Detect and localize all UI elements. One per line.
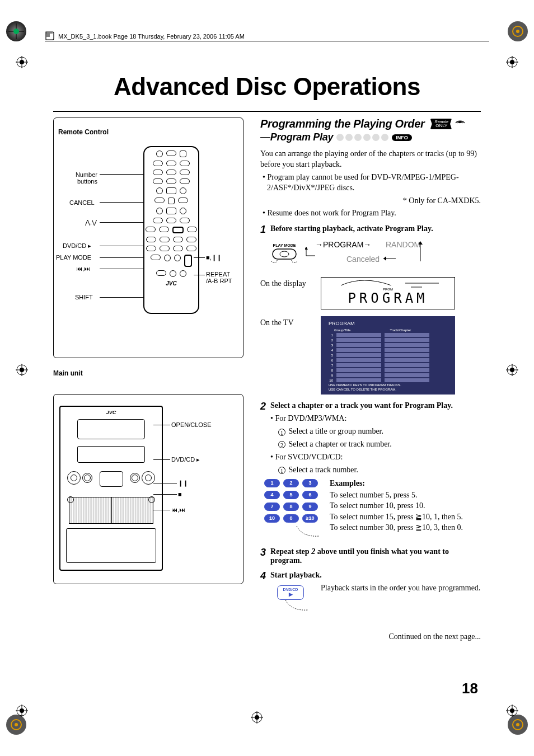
intro-text-2-note: * Only for CA-MXDK5. (260, 196, 481, 206)
registration-mark (16, 705, 28, 717)
display-row: On the display PRGM PROGRAM (260, 277, 481, 309)
continued-text: Continued on the next page... (260, 632, 481, 641)
svg-point-1 (13, 29, 19, 34)
label-dvdcd: DVD/CD ▸ (63, 242, 91, 250)
signal-icon (455, 119, 465, 129)
svg-point-16 (20, 368, 24, 372)
header-meta-bar: MX_DK5_3_1.book Page 18 Thursday, Februa… (45, 29, 489, 41)
page-title-section: Advanced Disc Operations (53, 73, 481, 112)
keypad-key-6: 6 (302, 491, 318, 499)
svg-point-4 (516, 30, 519, 33)
remote-panel-title: Remote Control (58, 128, 238, 136)
page-title: Advanced Disc Operations (53, 73, 481, 101)
intro-text-2: • Program play cannot be used for DVD-VR… (260, 172, 481, 194)
main-unit-panel-title: Main unit (53, 369, 243, 377)
main-unit-brand: JVC (106, 410, 116, 415)
step-4: 4 Start playback. (260, 571, 481, 581)
main-unit-panel: JVC (53, 394, 243, 584)
examples-heading: Examples: (330, 479, 481, 488)
label-main-prevnext: ⏮,⏭ (171, 506, 185, 513)
registration-mark (251, 711, 263, 724)
registration-mark (506, 364, 518, 376)
keypad-key-3: 3 (302, 479, 318, 487)
svg-point-14 (510, 60, 514, 64)
label-repeat: REPEAT/A-B RPT (206, 271, 240, 284)
section-heading-title: Programming the Playing Order (260, 118, 425, 130)
svg-point-28 (280, 251, 289, 257)
keypad-key-4: 4 (264, 491, 280, 499)
page-number: 18 (462, 680, 478, 697)
label-main-stop: ■ (178, 491, 182, 497)
print-corner-tr (506, 20, 530, 43)
label-prevnext: ⏮,⏭ (76, 265, 90, 272)
number-keypad-graphic: 123456789100≥10 (260, 479, 322, 542)
section-subheading: —Program Play (260, 132, 333, 143)
label-playmode: PLAY MODE (56, 254, 91, 261)
label-main-pause: ❙❙ (178, 480, 188, 487)
keypad-key-≥10: ≥10 (302, 514, 318, 523)
svg-rect-27 (273, 249, 296, 259)
svg-rect-25 (69, 497, 153, 523)
keypad-key-0: 0 (283, 514, 299, 523)
intro-text-3: • Resume does not work for Program Play. (260, 208, 481, 219)
remote-brand: JVC (166, 280, 176, 287)
info-badge: INFO (392, 134, 412, 141)
keypad-key-1: 1 (264, 479, 280, 487)
registration-mark (16, 56, 28, 68)
svg-point-18 (510, 368, 514, 372)
label-cursors: ⋀,⋁ (85, 219, 97, 226)
step-3: 3 Repeat step 2 above until you finish w… (260, 547, 481, 565)
svg-point-7 (15, 723, 18, 726)
remote-control-panel: Remote Control JVC Numberbuttons (53, 118, 243, 358)
svg-point-22 (510, 708, 514, 713)
svg-point-10 (516, 723, 519, 726)
tv-display: PROGRAM Group/TitleTrack/Chapter 1234567… (321, 316, 455, 395)
step-1: 1 Before starting playback, activate Pro… (260, 224, 481, 234)
intro-text-1: You can arrange the playing order of the… (260, 149, 481, 170)
registration-mark (16, 364, 28, 376)
print-corner-tl (4, 20, 28, 43)
keypad-key-2: 2 (283, 479, 299, 487)
svg-point-24 (255, 715, 259, 720)
keypad-key-7: 7 (264, 503, 280, 511)
keypad-key-9: 9 (302, 503, 318, 511)
book-icon (45, 31, 55, 41)
step-2-instructions: • For DVD/MP3/WMA: 1 Select a title or g… (270, 414, 481, 475)
keypad-key-8: 8 (283, 503, 299, 511)
label-stop-pause: ■,❙❙ (206, 254, 222, 261)
keypad-key-10: 10 (264, 514, 280, 523)
examples-block: 123456789100≥10 Examples: To select numb… (260, 479, 481, 542)
lcd-text: PROGRAM (321, 290, 455, 306)
header-meta-text: MX_DK5_3_1.book Page 18 Thursday, Februa… (58, 33, 245, 41)
playback-info: DVD/CD▶ Playback starts in the order you… (260, 583, 481, 616)
lcd-display: PRGM PROGRAM (321, 277, 455, 309)
label-cancel: CANCEL (69, 199, 95, 206)
svg-text:PLAY MODE: PLAY MODE (273, 243, 296, 247)
registration-mark (506, 705, 518, 717)
tv-row: On the TV PROGRAM Group/TitleTrack/Chapt… (260, 316, 481, 395)
section-heading: Programming the Playing Order RemoteONLY… (260, 118, 481, 143)
svg-point-20 (20, 708, 24, 713)
keypad-key-5: 5 (283, 491, 299, 499)
dvdcd-play-button-graphic: DVD/CD▶ (277, 585, 304, 600)
main-unit-graphic: JVC (59, 406, 163, 571)
play-mode-diagram: PLAY MODE →PROGRAM→ RANDOM Canceled (268, 239, 481, 270)
step-2: 2 Select a chapter or a track you want f… (260, 401, 481, 411)
label-main-dvdpcd: DVD/CD ▸ (171, 456, 200, 463)
label-open-close: OPEN/CLOSE (171, 421, 212, 428)
label-shift: SHIFT (75, 294, 93, 300)
remote-graphic: JVC (143, 146, 199, 314)
registration-mark (506, 56, 518, 68)
label-number-buttons: Numberbuttons (64, 171, 97, 185)
disc-type-dots (336, 134, 388, 141)
svg-point-12 (20, 60, 24, 64)
remote-only-badge: RemoteONLY (430, 119, 452, 129)
